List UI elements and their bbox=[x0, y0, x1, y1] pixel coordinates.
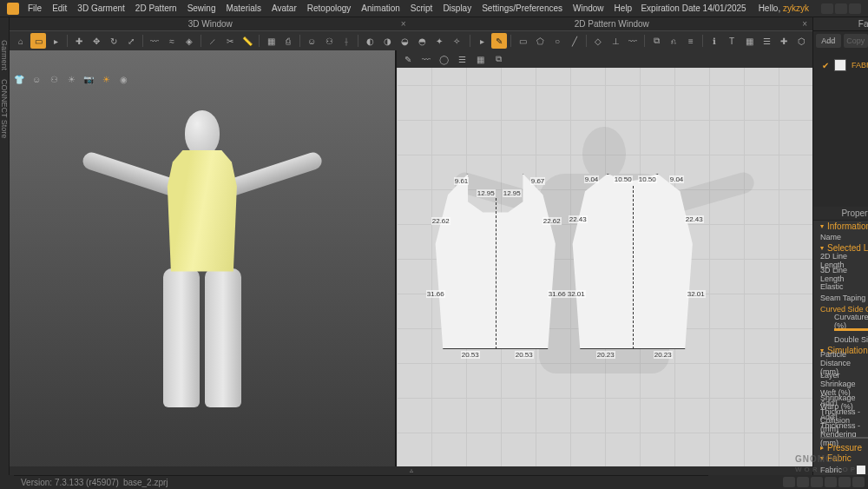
tool-2d-poly-icon[interactable]: ⬠ bbox=[532, 33, 548, 49]
mode-shirt-icon[interactable]: 👕 bbox=[11, 71, 27, 87]
tool-arrow-icon[interactable]: ▸ bbox=[48, 33, 63, 49]
mode-sim-icon[interactable]: ☀ bbox=[98, 71, 114, 87]
tab-2d-pattern-window[interactable]: 2D Pattern Window× bbox=[411, 17, 813, 31]
close-tab-icon[interactable]: × bbox=[401, 19, 406, 29]
viewport-2d[interactable]: ✎ 〰 ◯ ☰ ▦ ⧉ 9.61 12.95 12.95 9.67 bbox=[396, 50, 812, 466]
prop-elastic-label: Elastic bbox=[820, 282, 868, 291]
tool-tack-icon[interactable]: ◈ bbox=[181, 33, 197, 49]
mode-camera-icon[interactable]: 📷 bbox=[81, 71, 96, 87]
menu-sewing[interactable]: Sewing bbox=[187, 3, 216, 13]
menu-animation[interactable]: Animation bbox=[361, 3, 399, 13]
tool-select-icon[interactable]: ▭ bbox=[30, 33, 46, 49]
tool-fold-icon[interactable]: ⟋ bbox=[205, 33, 220, 49]
tool-2d-text-icon[interactable]: T bbox=[724, 33, 740, 49]
fabric-add-button[interactable]: Add bbox=[816, 34, 841, 48]
bi2-icon[interactable] bbox=[797, 477, 809, 487]
v2d-layer-icon[interactable]: ☰ bbox=[455, 51, 470, 67]
viewport-3d[interactable]: 👕 ☺ ⚇ ☀ 📷 ☀ ◉ bbox=[10, 50, 396, 466]
menu-3d-garment[interactable]: 3D Garment bbox=[77, 3, 124, 13]
tool-pose-icon[interactable]: ⚇ bbox=[321, 33, 337, 49]
v2d-pen-icon[interactable]: ✎ bbox=[400, 51, 416, 67]
tool-texture-icon[interactable]: ▦ bbox=[263, 33, 279, 49]
minimize-icon[interactable] bbox=[821, 3, 833, 14]
v2d-brush-icon[interactable]: 〰 bbox=[418, 51, 434, 67]
curvature-slider[interactable] bbox=[834, 328, 868, 330]
menu-file[interactable]: File bbox=[28, 3, 42, 13]
bi1-icon[interactable] bbox=[783, 477, 795, 487]
menu-avatar[interactable]: Avatar bbox=[272, 3, 297, 13]
tool-home-icon[interactable]: ⌂ bbox=[13, 33, 29, 49]
menu-retopology[interactable]: Retopology bbox=[307, 3, 352, 13]
mode-light-icon[interactable]: ☀ bbox=[63, 71, 79, 87]
menu-edit[interactable]: Edit bbox=[52, 3, 67, 13]
tool-2d-layer-icon[interactable]: ☰ bbox=[759, 33, 774, 49]
tool-sewing-icon[interactable]: 〰 bbox=[147, 33, 162, 49]
tool-measure-icon[interactable]: 📏 bbox=[240, 33, 255, 49]
mode-bone-icon[interactable]: ⚇ bbox=[46, 71, 62, 87]
tool-2d-grid-icon[interactable]: ▦ bbox=[741, 33, 757, 49]
menu-window[interactable]: Window bbox=[573, 3, 604, 13]
thickness-slider[interactable] bbox=[820, 437, 868, 439]
mode-avatar-icon[interactable]: ☺ bbox=[29, 71, 44, 87]
tool-2d-edit-icon[interactable]: ✎ bbox=[491, 33, 507, 49]
bi6-icon[interactable] bbox=[852, 477, 865, 487]
menu-settings[interactable]: Settings/Preferences bbox=[482, 3, 562, 13]
bi4-icon[interactable] bbox=[825, 477, 837, 487]
rail-connect-store[interactable]: CONNECT Store bbox=[0, 79, 9, 138]
close-icon[interactable] bbox=[849, 3, 861, 14]
expand-bottom-icon[interactable]: ▵ bbox=[10, 466, 812, 475]
tool-bone-icon[interactable]: ⟊ bbox=[339, 33, 354, 49]
tool-2d-circle-icon[interactable]: ○ bbox=[549, 33, 565, 49]
tool-print-icon[interactable]: ⎙ bbox=[280, 33, 296, 49]
menu-materials[interactable]: Materials bbox=[226, 3, 261, 13]
maximize-icon[interactable] bbox=[835, 3, 847, 14]
tool-misc1-icon[interactable]: ◐ bbox=[362, 33, 378, 49]
tool-pin-icon[interactable]: ✚ bbox=[71, 33, 87, 49]
tab-3d-window[interactable]: 3D Window× bbox=[10, 17, 411, 31]
fabric-item[interactable]: ✔ FABRIC 1 ≡ bbox=[819, 56, 868, 75]
tool-misc3-icon[interactable]: ◒ bbox=[397, 33, 412, 49]
fabric-list: ✔ FABRIC 1 ≡ bbox=[813, 50, 868, 207]
tool-misc4-icon[interactable]: ◓ bbox=[414, 33, 430, 49]
tool-2d-line-icon[interactable]: ╱ bbox=[567, 33, 582, 49]
close-tab-icon[interactable]: × bbox=[802, 19, 807, 29]
prop-name-label: Name bbox=[820, 233, 868, 241]
menu-help[interactable]: Help bbox=[615, 3, 633, 13]
tool-move-icon[interactable]: ✥ bbox=[89, 33, 104, 49]
tool-misc5-icon[interactable]: ✦ bbox=[431, 33, 447, 49]
tool-misc6-icon[interactable]: ✧ bbox=[449, 33, 464, 49]
meas-label: 20.53 bbox=[515, 351, 534, 359]
tool-seam-icon[interactable]: ≈ bbox=[164, 33, 180, 49]
menu-2d-pattern[interactable]: 2D Pattern bbox=[135, 3, 177, 13]
fabric-copy-button[interactable]: Copy bbox=[844, 34, 869, 48]
tool-2d-annot-icon[interactable]: ℹ bbox=[707, 33, 722, 49]
tool-misc2-icon[interactable]: ◑ bbox=[379, 33, 395, 49]
bi5-icon[interactable] bbox=[838, 477, 851, 487]
rail-garment[interactable]: Garment bbox=[0, 40, 9, 70]
tool-scale-icon[interactable]: ⤢ bbox=[123, 33, 139, 49]
tool-2d-ex2-icon[interactable]: ⬡ bbox=[793, 33, 809, 49]
tool-2d-select-icon[interactable]: ▸ bbox=[474, 33, 490, 49]
tool-2d-sym-icon[interactable]: ⧉ bbox=[648, 33, 664, 49]
tool-2d-ex1-icon[interactable]: ✚ bbox=[776, 33, 792, 49]
v2d-grid-icon[interactable]: ▦ bbox=[473, 51, 489, 67]
tool-2d-rect-icon[interactable]: ▭ bbox=[515, 33, 530, 49]
v2d-copy-icon[interactable]: ⧉ bbox=[491, 51, 507, 67]
tool-avatar-icon[interactable]: ☺ bbox=[304, 33, 319, 49]
prop-seam-label: Seam Taping bbox=[820, 294, 868, 302]
tool-rotate-icon[interactable]: ↻ bbox=[106, 33, 122, 49]
tool-2d-seam-icon[interactable]: 〰 bbox=[625, 33, 641, 49]
tool-2d-notch-icon[interactable]: ⊥ bbox=[608, 33, 623, 49]
fabric-swatch-icon bbox=[857, 466, 865, 474]
menu-display[interactable]: Display bbox=[443, 3, 471, 13]
tool-2d-align-icon[interactable]: ≡ bbox=[683, 33, 699, 49]
v2d-circle-icon[interactable]: ◯ bbox=[437, 51, 452, 67]
mode-render-icon[interactable]: ◉ bbox=[115, 71, 131, 87]
tool-cut-icon[interactable]: ✂ bbox=[222, 33, 238, 49]
tool-2d-trace-icon[interactable]: ⎌ bbox=[666, 33, 681, 49]
tool-2d-dart-icon[interactable]: ◇ bbox=[590, 33, 606, 49]
section-information[interactable]: ▾Information bbox=[813, 221, 868, 232]
bi3-icon[interactable] bbox=[811, 477, 823, 487]
meas-label: 20.23 bbox=[654, 351, 673, 359]
menu-script[interactable]: Script bbox=[411, 3, 433, 13]
